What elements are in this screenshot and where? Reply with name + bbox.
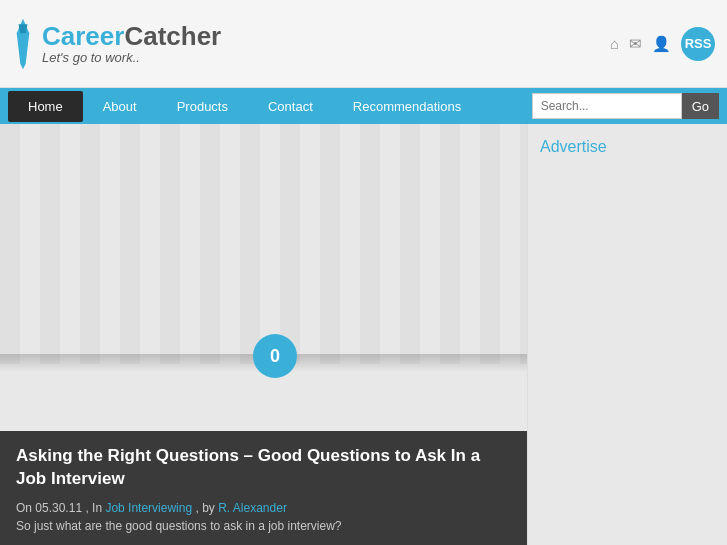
logo-area: CareerCatcher Let's go to work.. <box>12 17 221 71</box>
logo-catcher: Catcher <box>124 21 221 51</box>
email-icon[interactable]: ✉ <box>629 35 642 53</box>
user-icon[interactable]: 👤 <box>652 35 671 53</box>
article-author[interactable]: R. Alexander <box>218 501 287 515</box>
article-excerpt: So just what are the good questions to a… <box>16 519 511 533</box>
sidebar: Advertise <box>527 124 727 545</box>
article-date: On 05.30.11 <box>16 501 82 515</box>
article-meta: On 05.30.11 , In Job Interviewing , by R… <box>16 501 511 515</box>
stripe-background <box>0 124 527 364</box>
advertise-heading: Advertise <box>540 138 715 156</box>
nav-about[interactable]: About <box>83 91 157 122</box>
logo-text: CareerCatcher Let's go to work.. <box>42 22 221 66</box>
nav-home[interactable]: Home <box>8 91 83 122</box>
rss-button[interactable]: RSS <box>681 27 715 61</box>
nav-products[interactable]: Products <box>157 91 248 122</box>
nav-recommendations[interactable]: Recommendations <box>333 91 481 122</box>
logo-name: CareerCatcher <box>42 22 221 51</box>
header-icons: ⌂ ✉ 👤 RSS <box>610 27 715 61</box>
article-by: , by <box>195 501 218 515</box>
comment-count-bubble[interactable]: 0 <box>253 334 297 378</box>
logo-career: Career <box>42 21 124 51</box>
tie-icon <box>12 17 34 71</box>
content-area: 0 Asking the Right Questions – Good Ques… <box>0 124 527 545</box>
navbar: Home About Products Contact Recommendati… <box>0 88 727 124</box>
search-button[interactable]: Go <box>682 93 719 119</box>
article-category[interactable]: Job Interviewing <box>105 501 192 515</box>
article-title[interactable]: Asking the Right Questions – Good Questi… <box>16 445 511 491</box>
article-in: , In <box>85 501 105 515</box>
article-card: Asking the Right Questions – Good Questi… <box>0 431 527 545</box>
search-input[interactable] <box>532 93 682 119</box>
site-header: CareerCatcher Let's go to work.. ⌂ ✉ 👤 R… <box>0 0 727 88</box>
logo-tagline: Let's go to work.. <box>42 50 221 65</box>
home-icon[interactable]: ⌂ <box>610 35 619 52</box>
main-content: 0 Asking the Right Questions – Good Ques… <box>0 124 727 545</box>
nav-contact[interactable]: Contact <box>248 91 333 122</box>
search-area: Go <box>532 93 719 119</box>
